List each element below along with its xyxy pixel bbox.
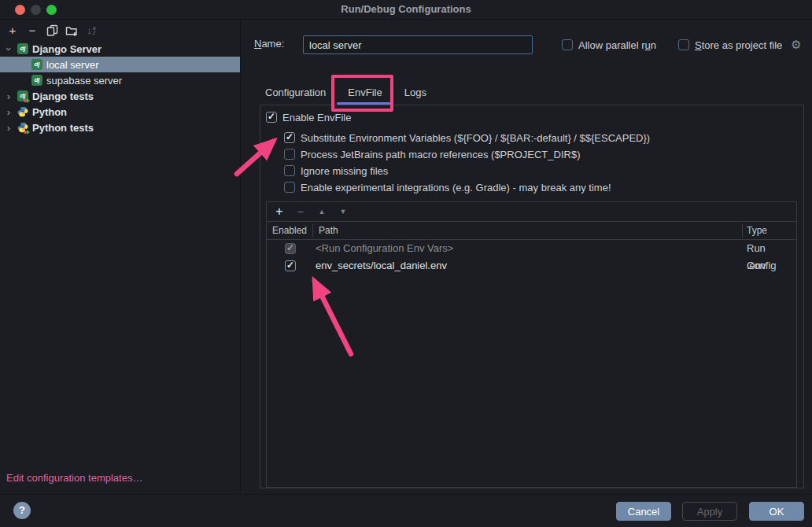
sort-arrow: ↓	[87, 25, 92, 35]
new-folder-icon[interactable]	[65, 24, 78, 38]
table-row-run-config-env-vars[interactable]: <Run Configuration Env Vars> Run Config	[267, 240, 796, 257]
allow-parallel-run-label: Allow parallel run	[578, 39, 656, 51]
remove-env-file-icon[interactable]: −	[294, 206, 307, 218]
configuration-tabs: Configuration EnvFile Logs	[254, 83, 437, 104]
sort-configurations-icon[interactable]: ↓ a z	[85, 24, 98, 38]
column-header-enabled: Enabled	[272, 222, 307, 239]
tree-item-python-tests[interactable]: › Python tests	[0, 120, 240, 135]
process-path-macro-checkbox[interactable]: Process JetBrains path macro references …	[284, 146, 580, 162]
store-as-project-file-label: Store as project file	[695, 39, 782, 51]
add-configuration-icon[interactable]: +	[6, 24, 19, 38]
tree-item-django-server[interactable]: › dj Django Server	[0, 41, 240, 57]
table-row-env-secrets[interactable]: env_secrets/local_daniel.env .env	[267, 257, 796, 275]
gear-icon[interactable]: ⚙	[791, 38, 801, 52]
title-bar: Run/Debug Configurations	[0, 0, 812, 20]
python-icon	[17, 106, 28, 117]
store-as-project-file-checkbox[interactable]: Store as project file ⚙	[678, 35, 802, 54]
chevron-right-icon[interactable]: ›	[3, 106, 14, 118]
env-file-path: env_secrets/local_daniel.env	[316, 257, 447, 275]
tab-envfile[interactable]: EnvFile	[337, 83, 393, 104]
option-label: Enable EnvFile	[282, 112, 351, 123]
checkbox-icon[interactable]	[678, 39, 689, 50]
dialog-footer: ? Cancel Apply OK	[0, 494, 812, 527]
help-button[interactable]: ?	[13, 502, 31, 519]
ok-button[interactable]: OK	[749, 502, 804, 521]
copy-configuration-icon[interactable]	[46, 24, 58, 38]
apply-button[interactable]: Apply	[682, 502, 737, 521]
checkbox-icon[interactable]	[284, 182, 295, 193]
tree-item-label: Python	[32, 106, 67, 118]
experimental-integrations-checkbox[interactable]: Enable experimental integrations (e.g. G…	[284, 179, 611, 195]
table-toolbar: + − ▲ ▼	[267, 202, 796, 222]
tree-item-python[interactable]: › Python	[0, 104, 240, 120]
configurations-tree: › dj Django Server dj local server dj su…	[0, 41, 240, 135]
tab-configuration[interactable]: Configuration	[254, 83, 337, 104]
ignore-missing-files-checkbox[interactable]: Ignore missing files	[284, 163, 388, 179]
option-label: Enable experimental integrations (e.g. G…	[301, 182, 611, 193]
django-icon: dj	[31, 75, 42, 86]
option-label: Ignore missing files	[301, 165, 388, 177]
tree-item-label: Django tests	[32, 90, 94, 102]
test-badge-icon	[24, 129, 30, 135]
tree-item-label: Python tests	[32, 122, 94, 134]
env-file-path: <Run Configuration Env Vars>	[316, 240, 453, 257]
option-label: Process JetBrains path macro references …	[301, 149, 580, 160]
checkbox-checked-icon[interactable]	[284, 132, 295, 143]
python-tests-icon	[17, 122, 28, 133]
checkbox-checked-icon[interactable]	[285, 260, 296, 271]
column-header-type: Type	[747, 222, 767, 239]
tree-item-local-server[interactable]: dj local server	[0, 57, 240, 72]
sidebar-toolbar: + − ↓ a z	[0, 20, 105, 41]
remove-configuration-icon[interactable]: −	[26, 24, 39, 38]
tree-item-label: Django Server	[32, 43, 102, 55]
option-label: Substitute Environment Variables (${FOO}…	[301, 132, 650, 144]
env-files-table: + − ▲ ▼ Enabled Path Type <Run Configura…	[266, 201, 797, 488]
checkbox-icon[interactable]	[284, 165, 295, 176]
column-header-path: Path	[319, 222, 338, 239]
envfile-panel: Enable EnvFile Substitute Environment Va…	[260, 105, 804, 488]
django-icon: dj	[17, 43, 28, 54]
checkbox-icon[interactable]	[562, 39, 573, 50]
move-down-icon[interactable]: ▼	[337, 208, 349, 216]
checkbox-icon[interactable]	[284, 149, 295, 160]
checkbox-checked-disabled-icon	[285, 243, 296, 254]
enable-envfile-checkbox[interactable]: Enable EnvFile	[266, 109, 351, 125]
tree-item-label: local server	[46, 59, 98, 71]
name-input[interactable]	[303, 35, 533, 54]
tree-item-supabase-server[interactable]: dj supabase server	[0, 72, 240, 88]
tree-item-label: supabase server	[46, 75, 122, 87]
cancel-button[interactable]: Cancel	[616, 502, 671, 521]
tree-item-django-tests[interactable]: › dj Django tests	[0, 88, 240, 104]
substitute-env-vars-checkbox[interactable]: Substitute Environment Variables (${FOO}…	[284, 130, 650, 146]
add-env-file-icon[interactable]: +	[273, 205, 286, 219]
window-title: Run/Debug Configurations	[0, 0, 812, 20]
chevron-right-icon[interactable]: ›	[3, 90, 14, 102]
django-icon: dj	[31, 59, 42, 70]
django-tests-icon: dj	[17, 90, 28, 101]
table-header: Enabled Path Type	[267, 222, 796, 240]
chevron-down-icon[interactable]: ›	[3, 43, 15, 54]
column-separator[interactable]	[312, 223, 313, 238]
configurations-sidebar: + − ↓ a z	[0, 20, 241, 494]
chevron-right-icon[interactable]: ›	[3, 122, 14, 134]
env-file-type: .env	[747, 257, 766, 275]
checkbox-checked-icon[interactable]	[266, 112, 277, 123]
name-label: Name:	[254, 38, 284, 50]
run-debug-configurations-dialog: Run/Debug Configurations + − ↓	[0, 0, 812, 527]
column-separator[interactable]	[742, 223, 743, 238]
test-badge-icon	[24, 98, 30, 103]
allow-parallel-run-checkbox[interactable]: Allow parallel run	[562, 35, 656, 54]
edit-configuration-templates-link[interactable]: Edit configuration templates…	[6, 472, 142, 484]
sort-letter-z: z	[93, 31, 96, 35]
tab-logs[interactable]: Logs	[393, 83, 437, 104]
configuration-editor: Name: Allow parallel run Store as projec…	[242, 20, 812, 494]
move-up-icon[interactable]: ▲	[316, 208, 328, 216]
